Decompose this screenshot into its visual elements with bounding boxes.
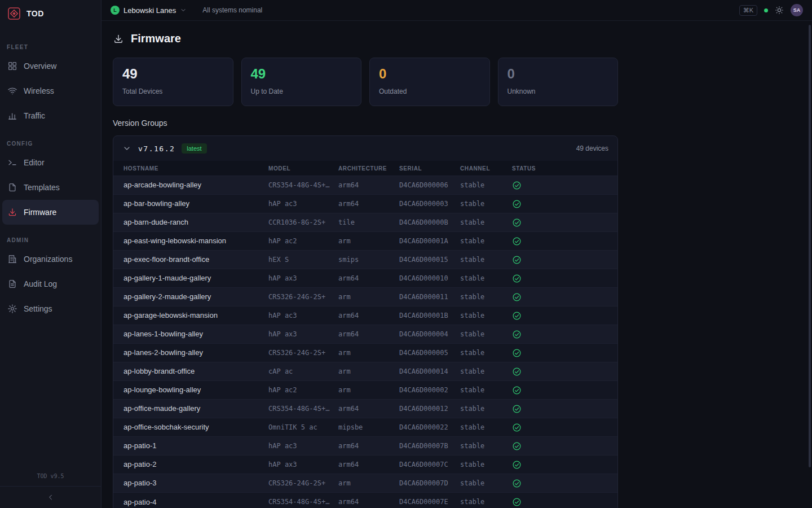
cell-model: hAP ac3	[268, 194, 338, 213]
org-switcher[interactable]: L Lebowski Lanes	[111, 6, 187, 15]
cell-status	[512, 380, 618, 399]
sidebar: TOD FLEETOverviewWirelessTrafficCONFIGEd…	[0, 0, 102, 508]
stat-value: 49	[122, 67, 224, 81]
cell-channel: stable	[460, 399, 512, 418]
cell-arch: arm64	[338, 455, 399, 474]
check-circle-icon	[512, 441, 522, 451]
sidebar-item-overview[interactable]: Overview	[2, 54, 99, 78]
check-circle-icon	[512, 330, 522, 339]
table-row[interactable]: ap-exec-floor-brandt-officehEX SsmipsD4C…	[113, 250, 618, 269]
cell-arch: arm64	[338, 492, 399, 508]
sidebar-item-editor[interactable]: Editor	[2, 150, 99, 175]
table-row[interactable]: ap-bar-bowling-alleyhAP ac3arm64D4CA6D00…	[113, 194, 618, 213]
cell-channel: stable	[460, 436, 512, 455]
cell-serial: D4CA6D000002	[399, 380, 460, 399]
check-circle-icon	[512, 460, 522, 470]
table-header-row: HOSTNAMEMODELARCHITECTURESERIALCHANNELST…	[113, 161, 618, 176]
cell-channel: stable	[460, 213, 512, 231]
table-row[interactable]: ap-office-maude-galleryCRS354-48G-4S+…ar…	[113, 399, 618, 418]
table-row[interactable]: ap-office-sobchak-securityOmniTIK 5 acmi…	[113, 418, 618, 436]
table-row[interactable]: ap-garage-lebowski-mansionhAP ac3arm64D4…	[113, 306, 618, 325]
cell-arch: arm64	[338, 306, 399, 325]
cell-model: CRS326-24G-2S+	[268, 474, 338, 492]
table-row[interactable]: ap-arcade-bowling-alleyCRS354-48G-4S+…ar…	[113, 176, 618, 194]
table-row[interactable]: ap-patio-4CRS354-48G-4S+…arm64D4CA6D0000…	[113, 492, 618, 508]
cell-arch: arm64	[338, 269, 399, 287]
chevron-down-icon	[180, 7, 187, 14]
sidebar-item-audit-log[interactable]: Audit Log	[2, 271, 99, 296]
table-row[interactable]: ap-patio-3CRS326-24G-2S+armD4CA6D00007Ds…	[113, 474, 618, 492]
nav-section-label: FLEET	[7, 44, 94, 50]
app-logo-icon	[7, 6, 21, 21]
sidebar-item-settings[interactable]: Settings	[2, 296, 99, 321]
sidebar-item-label: Organizations	[24, 255, 72, 264]
cell-arch: arm64	[338, 194, 399, 213]
version-group-header[interactable]: v7.16.2 latest 49 devices	[113, 136, 617, 161]
table-row[interactable]: ap-barn-dude-ranchCCR1036-8G-2S+tileD4CA…	[113, 213, 618, 231]
user-avatar[interactable]: SA	[791, 4, 803, 16]
table-row[interactable]: ap-patio-1hAP ac3arm64D4CA6D00007Bstable	[113, 436, 618, 455]
sidebar-item-label: Firmware	[24, 208, 56, 217]
cell-model: CRS326-24G-2S+	[268, 287, 338, 306]
cell-status	[512, 231, 618, 250]
grid-icon	[7, 61, 17, 71]
cell-hostname: ap-patio-1	[113, 436, 268, 455]
table-row[interactable]: ap-gallery-1-maude-galleryhAP ax3arm64D4…	[113, 269, 618, 287]
sidebar-item-wireless[interactable]: Wireless	[2, 78, 99, 103]
cell-model: hAP ac2	[268, 231, 338, 250]
cell-status	[512, 269, 618, 287]
device-table: HOSTNAMEMODELARCHITECTURESERIALCHANNELST…	[113, 161, 618, 508]
cell-model: OmniTIK 5 ac	[268, 418, 338, 436]
table-row[interactable]: ap-east-wing-lebowski-mansionhAP ac2armD…	[113, 231, 618, 250]
sun-icon[interactable]	[775, 6, 784, 15]
stat-card: 49Up to Date	[241, 58, 362, 106]
file-icon	[7, 182, 17, 192]
cell-channel: stable	[460, 492, 512, 508]
version-label: v7.16.2	[138, 144, 175, 153]
nav-section-label: ADMIN	[7, 237, 94, 243]
sidebar-item-templates[interactable]: Templates	[2, 175, 99, 200]
sidebar-item-label: Audit Log	[24, 279, 57, 288]
cell-status	[512, 325, 618, 343]
check-circle-icon	[512, 367, 522, 376]
check-circle-icon	[512, 423, 522, 432]
cell-status	[512, 492, 618, 508]
sidebar-item-firmware[interactable]: Firmware	[2, 200, 99, 225]
table-row[interactable]: ap-lanes-1-bowling-alleyhAP ax3arm64D4CA…	[113, 325, 618, 343]
cell-hostname: ap-lobby-brandt-office	[113, 362, 268, 380]
cell-model: hAP ax3	[268, 325, 338, 343]
download-icon	[7, 207, 17, 217]
cell-hostname: ap-gallery-2-maude-gallery	[113, 287, 268, 306]
app-version: TOD v9.5	[0, 466, 101, 486]
table-row[interactable]: ap-lanes-2-bowling-alleyCRS326-24G-2S+ar…	[113, 343, 618, 362]
org-avatar: L	[111, 6, 120, 15]
check-circle-icon	[512, 497, 522, 507]
cell-arch: arm64	[338, 399, 399, 418]
cell-arch: arm64	[338, 436, 399, 455]
cell-arch: arm	[338, 474, 399, 492]
sidebar-item-traffic[interactable]: Traffic	[2, 103, 99, 128]
table-row[interactable]: ap-patio-2hAP ax3arm64D4CA6D00007Cstable	[113, 455, 618, 474]
sidebar-item-label: Overview	[24, 62, 56, 71]
table-row[interactable]: ap-gallery-2-maude-galleryCRS326-24G-2S+…	[113, 287, 618, 306]
cell-serial: D4CA6D000003	[399, 194, 460, 213]
sidebar-collapse-button[interactable]	[0, 486, 101, 508]
table-row[interactable]: ap-lobby-brandt-officecAP acarmD4CA6D000…	[113, 362, 618, 380]
cell-serial: D4CA6D000005	[399, 343, 460, 362]
command-palette-shortcut[interactable]: ⌘K	[739, 5, 757, 16]
sidebar-header: TOD	[0, 0, 101, 27]
check-circle-icon	[512, 311, 522, 321]
cell-model: hAP ac3	[268, 306, 338, 325]
sidebar-item-organizations[interactable]: Organizations	[2, 247, 99, 271]
cell-model: CRS354-48G-4S+…	[268, 399, 338, 418]
app-brand: TOD	[27, 9, 44, 18]
cell-arch: mipsbe	[338, 418, 399, 436]
scrollbar[interactable]	[809, 25, 811, 467]
table-row[interactable]: ap-lounge-bowling-alleyhAP ac2armD4CA6D0…	[113, 380, 618, 399]
cell-model: cAP ac	[268, 362, 338, 380]
terminal-icon	[7, 157, 17, 168]
gear-icon	[7, 304, 17, 314]
cell-channel: stable	[460, 325, 512, 343]
org-name: Lebowski Lanes	[123, 6, 176, 15]
column-header: SERIAL	[399, 161, 460, 176]
